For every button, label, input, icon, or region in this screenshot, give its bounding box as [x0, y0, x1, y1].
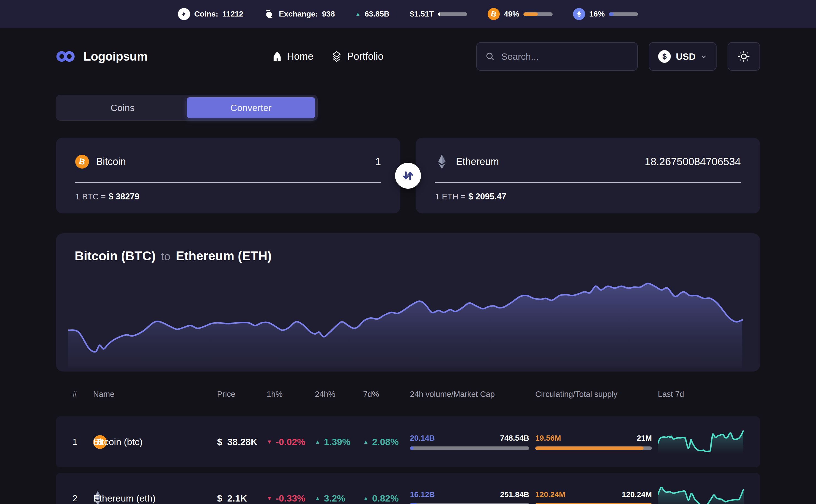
to-coin-name: Ethereum: [456, 156, 499, 167]
search-input[interactable]: [501, 51, 629, 62]
col-24h: 24h%: [315, 390, 363, 399]
home-icon: [272, 51, 282, 62]
divider: [435, 182, 741, 183]
stat-btc-dominance: B 49%: [488, 8, 553, 20]
volume-progressbar: [410, 503, 529, 504]
btc-dominance-value: 49%: [504, 10, 519, 18]
swap-button[interactable]: [395, 163, 421, 189]
table-row[interactable]: 2 Ethereum (eth) $2.1K ▼-0.33% ▲3.2% ▲0.…: [56, 473, 760, 504]
chart-title-from: Bitcoin (BTC): [75, 248, 156, 263]
change-1h: ▼-0.33%: [267, 493, 315, 504]
eth-dominance-progressbar: [609, 12, 638, 16]
table-row[interactable]: 1 B Bitcoin (btc) $38.28K ▼-0.02% ▲1.39%…: [56, 416, 760, 467]
col-supply: Circulating/Total supply: [535, 390, 658, 399]
change-7d: ▲2.08%: [363, 437, 410, 447]
nav-portfolio[interactable]: Portfolio: [331, 51, 383, 62]
down-triangle-icon: ▼: [267, 439, 272, 445]
col-last7d: Last 7d: [658, 390, 744, 399]
up-triangle-icon: ▲: [315, 495, 320, 502]
volume-marketcap-cell: 20.14B748.54B: [410, 434, 535, 450]
sparkline-7d: [658, 487, 744, 504]
conversion-chart-panel: Bitcoin (BTC) to Ethereum (ETH): [56, 233, 760, 372]
change-24h: ▲3.2%: [315, 493, 363, 504]
up-triangle-icon: ▲: [315, 439, 320, 445]
coins-value: 11212: [222, 10, 243, 18]
up-triangle-icon: ▲: [363, 495, 369, 502]
marketcap-progressbar: [438, 12, 467, 16]
stat-marketcap-total: $1.51T: [410, 10, 467, 18]
from-amount-input[interactable]: 1: [375, 156, 381, 168]
col-1h: 1h%: [267, 390, 315, 399]
sun-icon: [737, 50, 750, 63]
nav-home-label: Home: [287, 51, 314, 62]
tab-converter[interactable]: Converter: [187, 97, 315, 118]
exchange-label: Exchange:: [279, 10, 318, 18]
stat-coins: Coins: 11212: [178, 8, 243, 20]
currency-selector[interactable]: $ USD: [649, 42, 717, 71]
coin-name: Bitcoin (btc): [93, 437, 217, 447]
change-7d: ▲0.82%: [363, 493, 410, 504]
currency-label: USD: [676, 51, 696, 62]
stat-exchange: Exchange: 938: [264, 9, 335, 20]
table-body: 1 B Bitcoin (btc) $38.28K ▼-0.02% ▲1.39%…: [56, 416, 760, 504]
search-icon: [485, 52, 495, 61]
marketcap-total-value: $1.51T: [410, 10, 434, 18]
table-header: # Name Price 1h% 24h% 7d% 24h volume/Mar…: [56, 384, 760, 404]
view-tabs: Coins Converter: [56, 95, 318, 121]
up-triangle-icon: ▲: [363, 439, 369, 445]
supply-cell: 120.24M120.24M: [535, 490, 658, 504]
bitcoin-icon: B: [75, 155, 89, 169]
main-nav: Home Portfolio: [272, 51, 383, 62]
eth-dominance-value: 16%: [589, 10, 605, 18]
site-header: Logoipsum Home: [56, 36, 760, 77]
col-name: Name: [93, 390, 217, 399]
coin-name: Ethereum (eth): [93, 493, 217, 504]
exchange-icon: [264, 9, 275, 20]
area-chart[interactable]: [68, 274, 748, 368]
ethereum-icon: [435, 155, 449, 169]
chart-title-to: Ethereum (ETH): [176, 248, 272, 263]
coin-price: $38.28K: [217, 437, 267, 447]
converter-from-card: B Bitcoin 1 1 BTC =$ 38279: [56, 138, 400, 213]
supply-progressbar: [535, 503, 652, 504]
chart-title: Bitcoin (BTC) to Ethereum (ETH): [56, 233, 760, 263]
theme-toggle-button[interactable]: [728, 42, 760, 71]
stat-marketcap-change: ▲ 63.85B: [355, 10, 390, 18]
logo-icon: [56, 50, 77, 63]
header-actions: $ USD: [476, 42, 760, 71]
btc-dominance-progressbar: [523, 12, 553, 16]
stat-eth-dominance: 16%: [573, 8, 638, 20]
from-coin-name: Bitcoin: [96, 156, 126, 167]
to-rate: 1 ETH =$ 2095.47: [435, 192, 741, 202]
from-rate: 1 BTC =$ 38279: [75, 192, 381, 202]
stats-topbar: Coins: 11212 Exchange: 938 ▲ 63.85B $1.5…: [0, 0, 816, 28]
tab-coins[interactable]: Coins: [58, 97, 187, 118]
dollar-icon: $: [658, 50, 671, 63]
coin-rank: 1: [72, 437, 93, 447]
volume-progressbar: [410, 446, 529, 450]
layers-icon: [331, 51, 342, 62]
bitcoin-icon: B: [488, 8, 500, 20]
converter-to-card: Ethereum 18.26750084706534 1 ETH =$ 2095…: [416, 138, 760, 213]
to-amount-input[interactable]: 18.26750084706534: [645, 156, 741, 168]
logo-text: Logoipsum: [83, 50, 148, 63]
coin-rank: 2: [72, 493, 93, 503]
sparkline-7d: [658, 430, 744, 454]
nav-portfolio-label: Portfolio: [347, 51, 383, 62]
change-24h: ▲1.39%: [315, 437, 363, 447]
nav-home[interactable]: Home: [272, 51, 314, 62]
exchange-value: 938: [322, 10, 335, 18]
ethereum-icon: [573, 8, 585, 20]
lightning-icon: [178, 8, 190, 20]
col-price: Price: [217, 390, 267, 399]
marketcap-change-value: 63.85B: [365, 10, 390, 18]
coins-label: Coins:: [194, 10, 218, 18]
converter: B Bitcoin 1 1 BTC =$ 38279 Ethe: [56, 138, 760, 213]
col-volume: 24h volume/Market Cap: [410, 390, 535, 399]
logo[interactable]: Logoipsum: [56, 50, 148, 63]
volume-marketcap-cell: 16.12B251.84B: [410, 490, 535, 504]
search-box[interactable]: [476, 42, 638, 71]
chart-title-to-word: to: [161, 250, 170, 263]
supply-cell: 19.56M21M: [535, 434, 658, 450]
up-triangle-icon: ▲: [355, 11, 361, 17]
